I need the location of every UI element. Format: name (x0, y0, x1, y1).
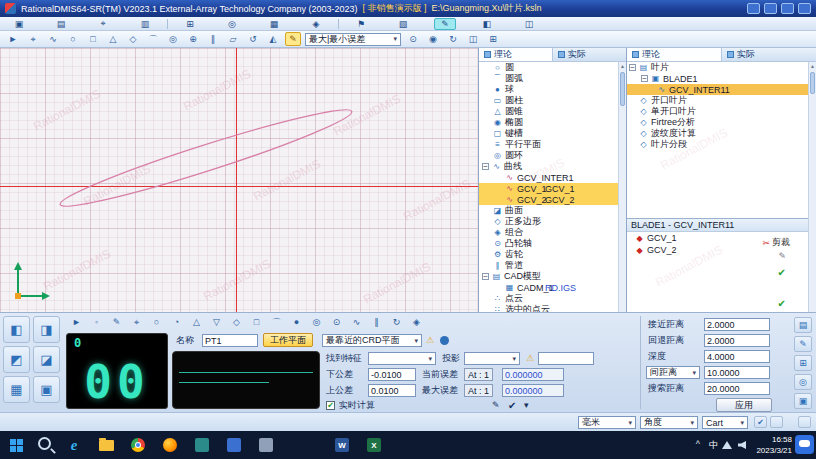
spacing-combo[interactable]: 间距离▾ (646, 366, 700, 379)
taskbar-excel-icon[interactable]: X (362, 433, 386, 457)
plane-tool-icon[interactable]: □ (85, 32, 101, 46)
quick-icon-13[interactable]: ⊙ (330, 316, 343, 329)
menu-icon-4[interactable]: ⊞ (179, 18, 201, 30)
quick-icon-3[interactable]: ⌖ (130, 316, 143, 329)
quick-icon-11[interactable]: ● (290, 316, 303, 329)
quick-icon-14[interactable]: ∿ (350, 316, 363, 329)
tree-item-arc[interactable]: ⌒圆弧 (479, 73, 618, 84)
info-icon[interactable] (440, 336, 449, 345)
probe-tool-icon[interactable]: ⊙ (405, 32, 421, 46)
tray-expand-icon[interactable]: ^ (696, 439, 700, 449)
menu-icon-8[interactable]: ⚑ (350, 18, 372, 30)
tree-item-selected-point-cloud[interactable]: ∷选中的点云 (479, 304, 618, 312)
current-error-at[interactable]: At : 1 (464, 368, 493, 381)
refresh-tool-icon[interactable]: ↻ (445, 32, 461, 46)
scrollbar[interactable]: ▲ (808, 62, 816, 312)
taskbar-word-icon[interactable]: W (330, 433, 354, 457)
titlebar-icon-4[interactable] (798, 3, 811, 14)
network-icon[interactable] (722, 441, 732, 449)
status-icon-1[interactable]: ✔ (754, 416, 767, 428)
curve-tool-icon[interactable]: ∿ (45, 32, 61, 46)
menu-icon-7[interactable]: ◈ (305, 18, 327, 30)
confirm-check-icon[interactable]: ✔ (778, 267, 786, 278)
menu-icon-measure-active[interactable]: ✎ (434, 18, 456, 30)
ellipse-tool-icon[interactable]: ◉ (425, 32, 441, 46)
chat-icon[interactable] (795, 435, 814, 454)
taskbar-app-icon-3[interactable] (254, 433, 278, 457)
slot-tool-icon[interactable]: ▱ (225, 32, 241, 46)
quick-icon-9[interactable]: □ (250, 316, 263, 329)
add-tool-icon[interactable]: ⊕ (185, 32, 201, 46)
view-cube-icon-2[interactable]: ◨ (33, 316, 60, 343)
tree-item-camshaft[interactable]: ⊙凸轮轴 (479, 238, 618, 249)
tree-item-polygon[interactable]: ◇正多边形 (479, 216, 618, 227)
window-tool-icon[interactable]: ◫ (465, 32, 481, 46)
upper-tolerance-input[interactable] (368, 384, 416, 397)
titlebar-icon-2[interactable] (764, 3, 777, 14)
titlebar-icon-1[interactable] (747, 3, 760, 14)
tree-item-curve-group[interactable]: −∿曲线 (479, 161, 618, 172)
quick-icon-17[interactable]: ◈ (410, 316, 423, 329)
view-cube-icon-3[interactable]: ◩ (3, 346, 30, 373)
quick-icon-15[interactable]: ∥ (370, 316, 383, 329)
undo-tool-icon[interactable]: ↺ (245, 32, 261, 46)
cone-tool-icon[interactable]: △ (105, 32, 121, 46)
quick-icon-0[interactable]: ► (70, 316, 83, 329)
tree-item-cone[interactable]: △圆锥 (479, 106, 618, 117)
graphics-viewport[interactable]: RationalDMIS RationalDMIS RationalDMIS R… (0, 48, 478, 312)
max-error-at[interactable]: At : 1 (464, 384, 493, 397)
realtime-checkbox[interactable]: ✔ (326, 401, 335, 410)
name-input[interactable] (202, 334, 258, 347)
scrollbar[interactable]: ▲ (618, 62, 626, 312)
quick-icon-5[interactable]: ◔ (170, 316, 183, 329)
scroll-up-icon[interactable]: ▲ (619, 62, 626, 70)
menu-icon-2[interactable]: ⌖ (92, 18, 114, 30)
taskbar-firefox-icon[interactable] (158, 433, 182, 457)
tree-item-gcv-2[interactable]: ∿GCV_2GCV_2 (479, 194, 618, 205)
unit-mm-combo[interactable]: 毫米▾ (578, 416, 636, 429)
collapse-icon[interactable]: − (641, 75, 648, 82)
ok-check-icon[interactable]: ✔ (508, 399, 516, 412)
tab-actual[interactable]: 实际 (722, 48, 816, 61)
status-icon-3[interactable] (798, 416, 811, 428)
unit-angle-combo[interactable]: 角度▾ (640, 416, 698, 429)
arc-tool-icon[interactable]: ⌒ (145, 32, 161, 46)
collapse-icon[interactable]: − (629, 64, 636, 71)
edit-icon[interactable]: ✎ (778, 251, 786, 261)
coord-system-combo[interactable]: Cart▾ (702, 416, 748, 429)
crd-plane-combo[interactable]: 最靠近的CRD平面▾ (322, 334, 422, 347)
tree-item-slot[interactable]: ▢键槽 (479, 128, 618, 139)
tree-item-pipe[interactable]: ∥管道 (479, 260, 618, 271)
menu-icon-0[interactable]: ▣ (8, 18, 30, 30)
panel-icon-2[interactable]: ✎ (794, 336, 812, 352)
menu-icon-5[interactable]: ◎ (221, 18, 243, 30)
scroll-thumb[interactable] (810, 72, 815, 94)
cone2-tool-icon[interactable]: ◭ (265, 32, 281, 46)
machine-icon[interactable]: ▦ (3, 376, 30, 403)
found-feature-combo[interactable]: ▾ (368, 352, 436, 365)
projection-combo[interactable]: ▾ (464, 352, 520, 365)
menu-icon-3[interactable]: ▥ (134, 18, 156, 30)
menu-icon-6[interactable]: ▦ (263, 18, 285, 30)
menu-icon-11[interactable]: ◧ (476, 18, 498, 30)
approach-distance-input[interactable] (704, 318, 770, 331)
tree-item-sphere[interactable]: ●球 (479, 84, 618, 95)
retract-distance-input[interactable] (704, 334, 770, 347)
scroll-thumb[interactable] (620, 72, 625, 106)
menu-icon-9[interactable]: ▧ (392, 18, 414, 30)
tree-item-group[interactable]: ◈组合 (479, 227, 618, 238)
language-indicator[interactable]: 中 (709, 439, 718, 452)
menu-icon-12[interactable]: ◫ (518, 18, 540, 30)
quick-icon-8[interactable]: ◇ (230, 316, 243, 329)
tree-item-gear[interactable]: ⚙齿轮 (479, 249, 618, 260)
quick-icon-2[interactable]: ✎ (110, 316, 123, 329)
tree-item-gcv-inter1[interactable]: ∿GCV_INTER1 (479, 172, 618, 183)
tree-item-blade-category[interactable]: −▤叶片 (627, 62, 808, 73)
search-icon[interactable] (38, 437, 51, 450)
tree-item-parallel-planes[interactable]: ≡平行平面 (479, 139, 618, 150)
projection-value-input[interactable] (538, 352, 594, 365)
tree-item-blade-segment[interactable]: ◇叶片分段 (627, 139, 808, 150)
spacing-input[interactable] (704, 366, 770, 379)
volume-icon[interactable] (738, 441, 746, 449)
panel-icon-1[interactable]: ▤ (794, 317, 812, 333)
